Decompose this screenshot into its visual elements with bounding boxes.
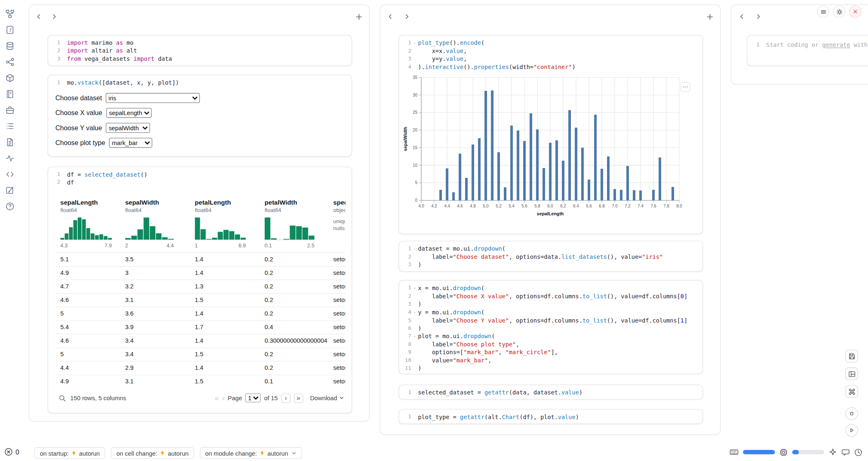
code-line: 1plot_type = getattr(alt.Chart(df), plot…: [399, 413, 702, 421]
code-editor[interactable]: 1plot_type = getattr(alt.Chart(df), plot…: [399, 410, 702, 421]
page-select[interactable]: 1: [245, 394, 261, 403]
fold-marker-icon[interactable]: ▾: [411, 308, 418, 316]
code-cell-selected-dataset[interactable]: 1selected_dataset = getattr(data, datase…: [399, 385, 703, 399]
table-row[interactable]: 4.931.40.2setosa: [55, 266, 346, 279]
code-cell-plot-type[interactable]: 1plot_type = getattr(alt.Chart(df), plot…: [399, 409, 703, 424]
svg-text:0: 0: [415, 198, 418, 203]
table-row[interactable]: 53.41.50.2setosa: [55, 348, 346, 361]
keyboard-icon[interactable]: [729, 448, 739, 457]
table-column-header[interactable]: species: [333, 199, 346, 206]
add-cell-icon[interactable]: [354, 12, 364, 21]
table-row[interactable]: 5.43.91.70.4setosa: [55, 320, 346, 334]
datasources-icon[interactable]: [5, 41, 15, 51]
documentation-icon[interactable]: [5, 137, 15, 147]
code-cell-dataset-dropdown[interactable]: 1▾dataset = mo.ui.dropdown(2 label="Choo…: [399, 241, 703, 272]
table-row[interactable]: 4.63.11.50.2setosa: [55, 293, 346, 307]
new-cell-editor[interactable]: 1 Start coding or generate with AI: [747, 35, 868, 66]
chevron-right-icon[interactable]: [49, 12, 59, 21]
table-row[interactable]: 4.42.91.40.2setosa: [55, 361, 346, 375]
choose-plot-type-dropdown[interactable]: mark_bar: [109, 138, 152, 148]
line-number: 4: [399, 63, 411, 71]
packages-icon[interactable]: [5, 73, 15, 83]
save-button[interactable]: [845, 350, 858, 362]
table-column-header[interactable]: petalLength: [195, 199, 231, 206]
ai-sparkle-icon[interactable]: [829, 448, 837, 456]
memory-meter[interactable]: [743, 450, 775, 454]
stop-button[interactable]: [845, 407, 858, 420]
table-row[interactable]: 4.73.21.30.2setosa: [55, 279, 346, 293]
tracing-icon[interactable]: [5, 153, 15, 163]
chart-options-button[interactable]: [680, 82, 690, 92]
settings-gear-button[interactable]: [833, 5, 845, 18]
first-page-button[interactable]: «: [215, 394, 219, 402]
previous-page-button[interactable]: ‹: [222, 394, 224, 402]
marimo-file-icon[interactable]: f: [5, 25, 15, 35]
choose-x-value-dropdown[interactable]: sepalLength: [106, 108, 151, 118]
dependencies-icon[interactable]: [5, 105, 15, 115]
table-cell: 2.9: [125, 364, 134, 371]
download-menu[interactable]: Download: [310, 392, 344, 404]
fold-marker-icon[interactable]: ▾: [411, 244, 418, 253]
altair-bar-chart[interactable]: 4.04.24.44.64.85.05.25.45.65.86.06.26.46…: [402, 72, 687, 227]
snippets-icon[interactable]: [5, 169, 15, 179]
chevron-left-icon[interactable]: [737, 12, 747, 21]
table-row[interactable]: 5.13.51.40.2setosa: [55, 252, 346, 266]
cpu-meter[interactable]: [792, 450, 824, 454]
code-cell-imports[interactable]: 1import marimo as mo2import altair as al…: [48, 35, 352, 66]
code-editor[interactable]: 1selected_dataset = getattr(data, datase…: [399, 385, 702, 396]
generate-with-ai-link[interactable]: generate: [822, 41, 850, 48]
chevron-left-icon[interactable]: [385, 12, 395, 21]
search-icon[interactable]: [59, 394, 66, 402]
on-module-change-chip[interactable]: on module change: autorun: [200, 447, 302, 459]
table-row[interactable]: 4.63.41.40.30000000000000004setosa: [55, 334, 346, 348]
table-column-header[interactable]: sepalWidth: [125, 199, 159, 206]
feedback-chat-icon[interactable]: [841, 448, 850, 456]
cpu-icon[interactable]: [779, 448, 787, 456]
errors-indicator[interactable]: 0: [5, 448, 19, 456]
fold-marker-icon[interactable]: ▾: [411, 39, 418, 47]
file-explorer-icon[interactable]: [5, 9, 15, 19]
close-button[interactable]: [849, 5, 861, 18]
on-cell-change-chip[interactable]: on cell change: autorun: [111, 447, 194, 459]
logs-icon[interactable]: [5, 121, 15, 131]
chevron-left-icon[interactable]: [34, 12, 44, 21]
add-cell-icon[interactable]: [705, 12, 715, 21]
history-clock-icon[interactable]: [854, 448, 862, 456]
next-page-button[interactable]: ›: [281, 393, 291, 403]
chevron-right-icon[interactable]: [402, 12, 412, 21]
keyboard-shortcuts-button[interactable]: [845, 385, 858, 398]
code-editor[interactable]: 1▾plot_type().encode(2 x=x.value,3 y=y.v…: [399, 35, 702, 71]
code-editor[interactable]: 1mo.vstack([dataset, x, y, plot]): [48, 75, 351, 86]
choose-y-value-dropdown[interactable]: sepalWidth: [106, 122, 150, 132]
menu-button[interactable]: [817, 5, 829, 18]
table-column-type: float64: [195, 207, 211, 213]
table-column-header[interactable]: sepalLength: [60, 199, 98, 206]
table-row[interactable]: 4.93.11.50.1setosa: [55, 375, 346, 388]
code-cell-vstack[interactable]: 1mo.vstack([dataset, x, y, plot]) Choose…: [48, 75, 352, 157]
fold-marker-icon[interactable]: ▾: [411, 332, 418, 340]
code-cell-chart[interactable]: 1▾plot_type().encode(2 x=x.value,3 y=y.v…: [399, 35, 703, 234]
table-column-header[interactable]: petalWidth: [265, 199, 297, 206]
scratchpad-icon[interactable]: [5, 185, 15, 195]
chevron-right-icon[interactable]: [753, 12, 763, 21]
table-cell: setosa: [333, 256, 346, 262]
variables-icon[interactable]: [5, 57, 15, 67]
on-startup-chip[interactable]: on startup: autorun: [35, 447, 106, 459]
fold-marker-icon[interactable]: ▾: [411, 284, 418, 292]
code-editor[interactable]: 1▾dataset = mo.ui.dropdown(2 label="Choo…: [399, 241, 702, 269]
code-cell-dataframe[interactable]: 1df = selected_dataset()2df sepalLengthf…: [48, 166, 352, 413]
code-editor[interactable]: 1import marimo as mo2import altair as al…: [48, 35, 351, 62]
outline-icon[interactable]: [5, 89, 15, 99]
code-editor[interactable]: 1▾x = mo.ui.dropdown(2 label="Choose X v…: [399, 281, 702, 372]
marimo-app: f 1import marimo as mo2import altair as …: [0, 0, 868, 461]
dropdown-label: Choose plot type: [55, 138, 105, 146]
layout-panels-button[interactable]: [845, 367, 858, 380]
help-icon[interactable]: [5, 201, 15, 211]
run-button[interactable]: [845, 424, 858, 437]
choose-dataset-dropdown[interactable]: iris: [106, 93, 200, 103]
code-cell-xy-plot-dropdowns[interactable]: 1▾x = mo.ui.dropdown(2 label="Choose X v…: [399, 280, 703, 374]
chip-label: on module change:: [205, 449, 257, 456]
last-page-button[interactable]: »: [294, 393, 303, 403]
table-row[interactable]: 53.61.40.2setosa: [55, 307, 346, 320]
code-editor[interactable]: 1df = selected_dataset()2df: [48, 167, 351, 187]
